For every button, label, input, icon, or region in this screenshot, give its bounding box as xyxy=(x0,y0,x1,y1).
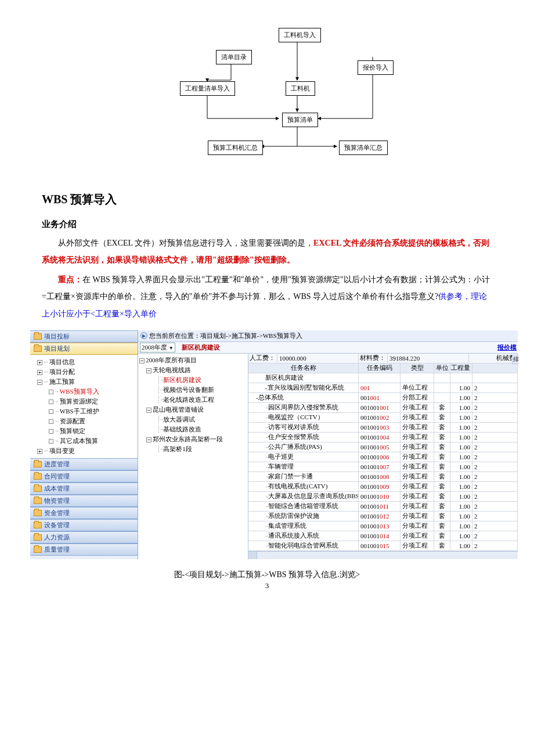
table-row[interactable]: ···智能综合通信箱管理系统001001011分项工程套1.002 xyxy=(248,502,518,512)
tree-item[interactable]: −2008年度所有项目 xyxy=(139,355,247,365)
cell-code: 001001 xyxy=(359,393,400,402)
horizontal-scrollbar[interactable] xyxy=(248,551,518,559)
table-row[interactable]: 新区机房建设 xyxy=(248,373,518,383)
nav-item-7[interactable]: 设备管理 xyxy=(30,519,138,531)
tree-item-selected[interactable]: ┊···新区机房建设 xyxy=(139,375,247,385)
nav-item-1[interactable]: 项目规划 xyxy=(30,343,138,355)
table-row[interactable]: ···智能化弱电综合管网系统001001015分项工程套1.002 xyxy=(248,541,518,551)
nav-item-8[interactable]: 人力资源 xyxy=(30,531,138,543)
table-row[interactable]: ···住户安全报警系统001001004分项工程套1.002 xyxy=(248,433,518,442)
play-icon: ▶ xyxy=(140,332,147,339)
table-row[interactable]: ···园区周界防入侵报警系统001001001分项工程套1.002 xyxy=(248,403,518,413)
cell-type: 分部工程 xyxy=(400,393,434,402)
cell-unit: 套 xyxy=(434,442,450,452)
page-number: 3 xyxy=(42,581,492,591)
tree-item[interactable]: −郑州农业东路高架桥一段 xyxy=(139,434,247,444)
table-row[interactable]: ···大屏幕及信息显示查询系统(BBS)001001010分项工程套1.002 xyxy=(248,492,518,502)
table-row[interactable]: ···有线电视系统(CATV)001001009分项工程套1.002 xyxy=(248,482,518,492)
tree-label: 基础线路改造 xyxy=(163,426,201,433)
cell-qty: 1.00 xyxy=(450,482,472,491)
tree-label: WBS手工维护 xyxy=(60,408,99,415)
table-row[interactable]: ···家庭门禁一卡通001001008分项工程套1.002 xyxy=(248,472,518,482)
table-row[interactable]: ···车辆管理001001007分项工程套1.002 xyxy=(248,462,518,472)
tree-item[interactable]: ··· 其它成本预算 xyxy=(31,436,136,446)
cell-unit xyxy=(434,373,450,383)
nav-item-4[interactable]: 成本管理 xyxy=(30,483,138,495)
summary-row: 人工费： 10000.000 材料费： 391884.220 机械费 xyxy=(248,354,518,363)
nav-item-3[interactable]: 合同管理 xyxy=(30,470,138,483)
tree-item[interactable]: ··· WBS手工维护 xyxy=(31,406,136,416)
cell-code: 001001004 xyxy=(359,433,400,442)
table-row[interactable]: ···电子巡更001001006分项工程套1.002 xyxy=(248,452,518,462)
table-row[interactable]: ···公共广播系统(PAS)001001005分项工程套1.002 xyxy=(248,442,518,452)
nav-item-0[interactable]: 项目投标 xyxy=(30,330,138,343)
cell-rest: 2 xyxy=(472,462,518,471)
cell-qty: 1.00 xyxy=(450,423,472,432)
tree-item[interactable]: −···· 施工预算 xyxy=(31,377,136,387)
cell-rest: 2 xyxy=(472,393,518,402)
cell-name: ···通讯系统接入系统 xyxy=(248,531,359,541)
tree-item[interactable]: ┊···放大器调试 xyxy=(139,415,247,424)
hdr-qty: 工程量 xyxy=(450,363,472,373)
tree-item[interactable]: +···· 项目变更 xyxy=(31,446,136,456)
cell-type: 分项工程 xyxy=(400,403,434,412)
tree-label: 其它成本预算 xyxy=(60,437,98,444)
nav-item-2[interactable]: 进度管理 xyxy=(30,458,138,470)
table-row[interactable]: - 总体系统001001分部工程1.002 xyxy=(248,393,518,403)
cell-unit: 套 xyxy=(434,482,450,491)
cell-name: ···集成管理系统 xyxy=(248,521,359,531)
cell-qty: 1.00 xyxy=(450,521,472,531)
template-link[interactable]: 报价模 xyxy=(497,343,518,352)
tree-item[interactable]: −昆山电视管道铺设 xyxy=(139,405,247,415)
nav-item-9[interactable]: 质量管理 xyxy=(30,543,138,556)
cell-code: 001001015 xyxy=(359,541,400,550)
cell-unit: 套 xyxy=(434,521,450,531)
sum-label-material: 材料费： xyxy=(359,354,388,363)
tree-item[interactable]: ┊···老化线路改造工程 xyxy=(139,395,247,405)
content-panel: ▶ 您当前所在位置：项目规划->施工预算->WBS预算导入 2008年度 ▼ 新… xyxy=(138,330,518,559)
cell-unit: 套 xyxy=(434,492,450,501)
tree-item[interactable]: −天轮电视线路 xyxy=(139,365,247,375)
cell-type: 分项工程 xyxy=(400,482,434,491)
tree-item[interactable]: ··· 资源配置 xyxy=(31,416,136,426)
tree-item[interactable]: ┊···基础线路改造 xyxy=(139,424,247,434)
nav-label: 项目规划 xyxy=(44,344,70,353)
cell-qty: 1.00 xyxy=(450,413,472,422)
table-row[interactable]: ···通讯系统接入系统001001014分项工程套1.002 xyxy=(248,531,518,541)
breadcrumb: ▶ 您当前所在位置：项目规划->施工预算->WBS预算导入 xyxy=(138,330,518,342)
tree-item[interactable]: ··· 预算锁定 xyxy=(31,426,136,436)
nav-label: 质量管理 xyxy=(44,545,70,554)
cell-code: 001001003 xyxy=(359,423,400,432)
cell-code: 001001008 xyxy=(359,472,400,481)
table-row[interactable]: ···电视监控（CCTV）001001002分项工程套1.002 xyxy=(248,413,518,423)
cell-code: 001001013 xyxy=(359,521,400,531)
table-row[interactable]: - 宜兴玫瑰园别墅智能化系统001单位工程1.002 xyxy=(248,383,518,393)
cell-qty: 1.00 xyxy=(450,512,472,521)
table-row[interactable]: ···访客可视对讲系统001001003分项工程套1.002 xyxy=(248,423,518,433)
tree-label: 项目信息 xyxy=(49,358,75,365)
cell-type: 分项工程 xyxy=(400,462,434,471)
table-row[interactable]: ···集成管理系统001001013分项工程套1.002 xyxy=(248,521,518,531)
tree-label: 预算资源绑定 xyxy=(60,398,98,405)
nav-item-6[interactable]: 资金管理 xyxy=(30,507,138,519)
tree-item-wbs-import[interactable]: ··· WBS预算导入 xyxy=(31,387,136,397)
tree-label: 高架桥1段 xyxy=(163,445,192,452)
tree-item[interactable]: ┊···视频信号设备翻新 xyxy=(139,385,247,395)
cell-qty: 1.00 xyxy=(450,502,472,511)
sort-button[interactable]: 排 xyxy=(512,355,518,364)
cell-rest: 2 xyxy=(472,502,518,511)
cell-unit xyxy=(434,393,450,402)
nav-label: 人力资源 xyxy=(44,533,70,542)
dropdown-icon: ▼ xyxy=(169,345,174,351)
tree-item[interactable]: +···· 项目分配 xyxy=(31,367,136,377)
tree-item[interactable]: ┊···高架桥1段 xyxy=(139,444,247,454)
tree-item[interactable]: ··· 预算资源绑定 xyxy=(31,397,136,406)
cell-type: 分项工程 xyxy=(400,413,434,422)
cell-rest: 2 xyxy=(472,541,518,550)
nav-item-5[interactable]: 物资管理 xyxy=(30,495,138,507)
year-select[interactable]: 2008年度 ▼ xyxy=(140,343,175,352)
cell-name: ···公共广播系统(PAS) xyxy=(248,442,359,452)
tree-item[interactable]: +···· 项目信息 xyxy=(31,357,136,367)
table-row[interactable]: ···系统防雷保护设施001001012分项工程套1.002 xyxy=(248,512,518,521)
fc-box-2: 清单目录 xyxy=(216,50,252,64)
